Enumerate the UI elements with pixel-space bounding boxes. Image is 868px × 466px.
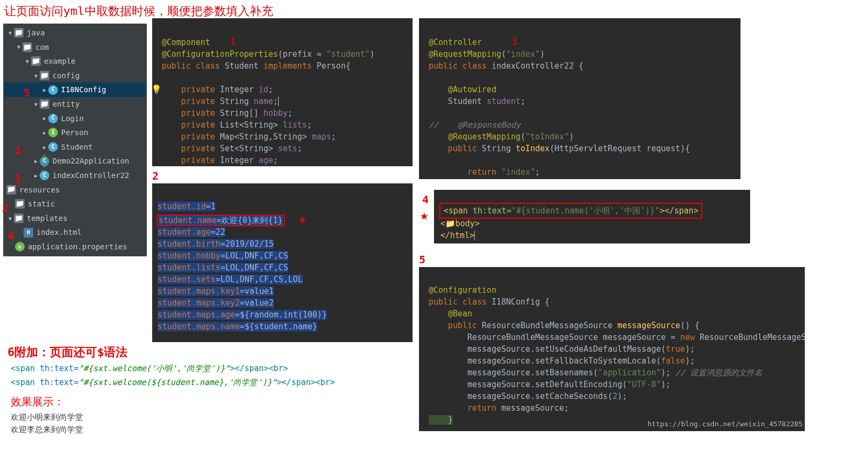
file-student[interactable]: Student bbox=[61, 140, 93, 154]
watermark: https://blog.csdn.net/weixin_45782285 bbox=[647, 420, 803, 428]
file-person[interactable]: Person bbox=[61, 125, 88, 140]
red-number-3-code: 3 bbox=[511, 35, 518, 48]
file-indexcontroller22[interactable]: indexController22 bbox=[53, 168, 129, 183]
star-icon-4: ★ bbox=[420, 207, 429, 223]
result-line-1: 欢迎小明来到尚学堂 bbox=[8, 411, 345, 424]
code-panel-html: <span th:text="#{student.name('小明','中国')… bbox=[434, 190, 750, 243]
code-panel-i18nconfig: @Configuration public class I18NConfig {… bbox=[419, 267, 805, 431]
file-login[interactable]: Login bbox=[61, 112, 84, 126]
file-application-properties[interactable]: application.properties bbox=[28, 240, 127, 254]
folder-templates[interactable]: templates bbox=[27, 211, 68, 226]
code-panel-properties: student.id=1 student.name=欢迎{0}来到{1} ★ s… bbox=[152, 183, 413, 342]
file-demo22[interactable]: Demo22Application bbox=[53, 154, 129, 168]
folder-config[interactable]: config bbox=[53, 69, 80, 83]
file-i18nconfig[interactable]: I18NConfig bbox=[61, 83, 106, 97]
bulb-icon[interactable]: 💡 bbox=[152, 84, 162, 95]
red-number-2-side: 2 bbox=[2, 202, 9, 214]
folder-java[interactable]: java bbox=[27, 26, 45, 40]
result-title: 效果展示： bbox=[11, 395, 345, 409]
label-2: 2 bbox=[152, 169, 413, 182]
folder-example[interactable]: example bbox=[44, 54, 76, 69]
result-line-2: 欢迎李总来到尚学堂 bbox=[8, 424, 345, 436]
label-5: 5 bbox=[419, 253, 809, 266]
code-panel-controller: @Controller 3 @RequestMapping("index") p… bbox=[419, 18, 740, 179]
extra-code-line-1: <span th:text="#{sxt.welcome('小明','尚学堂')… bbox=[8, 361, 345, 375]
star-icon: ★ bbox=[298, 212, 307, 224]
label-6: 6附加：页面还可$语法 bbox=[8, 344, 345, 360]
file-index-html[interactable]: index.html bbox=[36, 225, 81, 240]
folder-com[interactable]: com bbox=[35, 40, 49, 55]
project-tree[interactable]: ▼java ▼com ▼example ▼config 5▶I18NConfig… bbox=[3, 24, 147, 256]
label-4: 4 bbox=[422, 193, 432, 206]
code-panel-student: @Component 1 @ConfigurationProperties(pr… bbox=[152, 18, 413, 166]
extra-code-line-2: <span th:text="#{sxt.welcome(${student.n… bbox=[8, 375, 345, 389]
folder-resources[interactable]: resources bbox=[19, 183, 60, 197]
folder-entity[interactable]: entity bbox=[53, 97, 80, 112]
red-number-1-code: 1 bbox=[229, 35, 236, 48]
folder-static[interactable]: static bbox=[28, 197, 55, 211]
